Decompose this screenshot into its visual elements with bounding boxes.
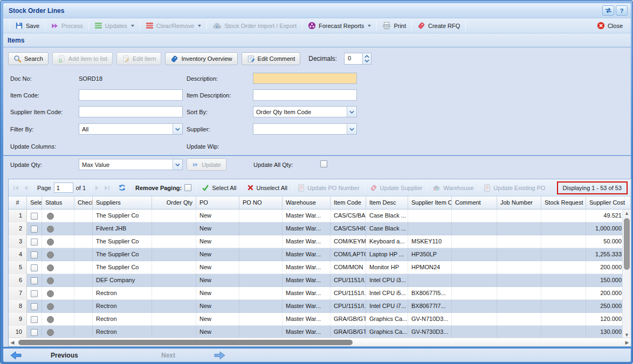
vertical-scrollbar[interactable]: ▲ ▼ [622,209,631,339]
row-checkbox[interactable] [31,277,38,284]
row-checkbox[interactable] [31,290,38,297]
row-select-cell[interactable] [27,274,42,287]
process-button[interactable]: Process [47,20,87,31]
row-order-qty[interactable] [152,274,196,287]
print-button[interactable]: Print [379,20,410,31]
update-button[interactable]: Update [187,158,226,171]
next-arrow-icon[interactable] [214,351,225,360]
row-order-qty[interactable] [152,313,196,326]
table-row[interactable]: 1 The Supplier Co New Master War... CAS/… [9,209,631,222]
row-order-qty[interactable] [152,248,196,261]
update-all-qty-checkbox[interactable] [320,160,327,167]
item-code-field[interactable] [79,89,183,101]
pager-last-button[interactable] [102,185,112,191]
row-checkbox[interactable] [31,251,38,258]
decimals-value[interactable]: 0 [344,53,362,65]
row-select-cell[interactable] [27,222,42,235]
row-checkbox[interactable] [31,303,38,310]
dropdown-button[interactable] [173,124,182,134]
column-header[interactable]: Supplier Item Code [408,197,452,209]
column-header[interactable]: Comment [452,197,497,209]
row-order-qty[interactable] [152,235,196,248]
decimals-stepper[interactable]: 0 [344,53,371,65]
save-button[interactable]: Save [11,20,43,31]
vertical-scroll-thumb[interactable] [624,218,630,270]
item-description-field[interactable] [253,89,357,101]
row-checkbox[interactable] [31,264,38,271]
pager-first-button[interactable] [11,185,21,191]
column-header[interactable]: Suppliers [93,197,152,209]
create-rfq-button[interactable]: Create RFQ [414,20,464,31]
row-select-cell[interactable] [27,300,42,313]
row-select-cell[interactable] [27,209,42,222]
row-select-cell[interactable] [27,261,42,274]
previous-link[interactable]: Previous [51,352,78,359]
row-select-cell[interactable] [27,326,42,339]
sort-by-dropdown[interactable]: Order Qty Item Code [253,106,357,117]
table-row[interactable]: 9 Rectron New Master War... GRA/GB/GT...… [9,313,631,326]
scroll-left-icon[interactable]: ◀ [9,338,16,346]
unselect-all-button[interactable]: Unselect All [244,184,291,191]
inventory-overview-button[interactable]: Inventory Overview [165,52,237,65]
refresh-grid-button[interactable] [116,184,128,192]
stock-order-import-export-button[interactable]: Stock Order Import / Export [209,20,300,31]
table-row[interactable]: 10 Rectron New Master War... GRA/GB/GT..… [9,326,631,339]
table-row[interactable]: 8 Rectron New Master War... CPU/1151/I..… [9,300,631,313]
row-checkbox[interactable] [31,226,38,233]
column-header[interactable]: Order Qty [152,197,196,209]
refresh-window-button[interactable] [602,5,614,16]
row-order-qty[interactable] [152,287,196,300]
decimals-spin-buttons[interactable] [362,53,371,65]
pager-prev-button[interactable] [21,185,30,191]
column-header[interactable]: Supplier Cost [586,197,631,209]
column-header[interactable]: PO [196,197,239,209]
horizontal-scrollbar[interactable]: ◀ ▶ [9,338,631,346]
remove-paging-checkbox[interactable] [184,184,191,191]
scroll-right-icon[interactable]: ▶ [623,338,631,346]
pager-next-button[interactable] [93,185,102,191]
row-select-cell[interactable] [27,313,42,326]
description-field[interactable] [253,73,357,84]
row-checkbox[interactable] [31,213,38,220]
update-qty-dropdown[interactable]: Max Value [79,159,183,170]
row-order-qty[interactable] [152,300,196,313]
row-checkbox[interactable] [31,316,38,323]
filter-by-dropdown[interactable]: All [79,123,183,135]
scroll-up-icon[interactable]: ▲ [623,209,631,217]
table-row[interactable]: 2 Filvent JHB New Master War... CAS/CS/H… [9,222,631,235]
column-header[interactable]: Item Desc [366,197,408,209]
update-po-number-button[interactable]: Update PO Number [294,184,363,192]
table-row[interactable]: 3 The Supplier Co New Master War... COM/… [9,235,631,248]
page-number-input[interactable] [54,183,73,193]
row-select-cell[interactable] [27,248,42,261]
column-header[interactable]: Warehouse [283,197,331,209]
column-header[interactable]: Select [27,197,42,209]
row-order-qty[interactable] [152,209,196,222]
column-header[interactable]: Check [74,197,93,209]
dropdown-button[interactable] [347,124,356,134]
dropdown-button[interactable] [347,107,356,117]
row-order-qty[interactable] [152,326,196,339]
horizontal-scroll-thumb[interactable] [18,340,353,345]
close-button[interactable]: Close [593,20,627,31]
column-header[interactable]: Status [42,197,74,209]
dropdown-button[interactable] [173,159,182,170]
table-row[interactable]: 4 The Supplier Co New Master War... COM/… [9,248,631,261]
table-row[interactable]: 5 The Supplier Co New Master War... COM/… [9,261,631,274]
row-select-cell[interactable] [27,287,42,300]
supplier-dropdown[interactable] [253,123,357,135]
row-order-qty[interactable] [152,222,196,235]
clear-remove-button[interactable]: Clear/Remove [142,20,205,31]
row-checkbox[interactable] [31,239,38,246]
update-supplier-button[interactable]: Update Supplier [367,184,426,192]
column-header[interactable]: Job Number [497,197,541,209]
forecast-reports-button[interactable]: Forecast Reports [304,20,375,31]
table-row[interactable]: 7 Rectron New Master War... CPU/1151/I..… [9,287,631,300]
row-select-cell[interactable] [27,235,42,248]
updates-button[interactable]: Updates [91,20,138,31]
add-item-to-list-button[interactable]: Add item to list [52,52,113,65]
warehouse-button[interactable]: Warehouse [429,184,477,191]
help-button[interactable]: ? [616,5,628,16]
column-header[interactable]: # [9,197,27,209]
row-order-qty[interactable] [152,261,196,274]
